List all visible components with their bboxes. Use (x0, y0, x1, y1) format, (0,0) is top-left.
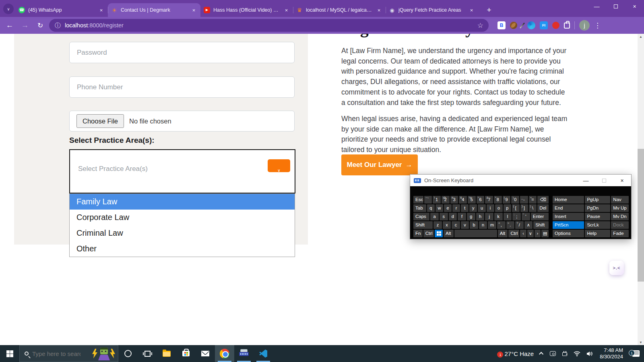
power-tray-button[interactable] (562, 351, 567, 356)
task-view-button[interactable] (138, 345, 157, 362)
osk-key-t[interactable]: t (461, 204, 469, 212)
osk-key-up-arrow[interactable]: ∧ (524, 221, 533, 229)
mail-button[interactable] (196, 345, 215, 362)
microsoft-store-button[interactable] (176, 345, 196, 362)
osk-title-bar[interactable]: On-Screen Keyboard — × (410, 175, 631, 186)
osk-key-n[interactable]: n (479, 221, 487, 229)
osk-key-mv-up[interactable]: Mv Up (611, 204, 629, 212)
osk-key-dock[interactable]: Dock (611, 221, 629, 229)
select-dropdown-toggle[interactable]: ∨ (268, 159, 290, 172)
tab-close-icon[interactable]: × (283, 7, 290, 14)
browser-tab[interactable]: ☀Contact Us | Degmark× (108, 3, 200, 17)
osk-key-windows[interactable] (435, 230, 443, 237)
start-button[interactable] (0, 345, 19, 362)
reload-button[interactable]: ↻ (35, 21, 45, 30)
osk-key-Enter[interactable]: Enter (531, 213, 549, 220)
osk-key-pgup[interactable]: PgUp (585, 196, 610, 204)
osk-key-'[interactable]: "' (522, 213, 530, 220)
password-field[interactable] (69, 42, 295, 63)
file-input[interactable]: Choose File No file chosen (69, 111, 295, 132)
tab-close-icon[interactable]: × (98, 7, 105, 14)
osk-key-e[interactable]: e (444, 204, 452, 212)
osk-key-scrlk[interactable]: ScrLk (585, 221, 610, 229)
practice-area-select[interactable]: Select Practice Area(s) ∨ (69, 149, 295, 193)
osk-key-5[interactable]: %5 (468, 196, 476, 204)
osk-key-1[interactable]: !1 (433, 196, 441, 204)
osk-key-h[interactable]: h (476, 213, 485, 220)
osk-key-backspace[interactable]: ⌫ (537, 196, 549, 204)
taskbar-clock[interactable]: 7:48 AM 8/30/2024 (600, 347, 623, 360)
osk-key-help[interactable]: Help (585, 230, 610, 237)
practice-option[interactable]: Criminal Law (70, 225, 295, 241)
osk-close-button[interactable]: × (613, 175, 631, 186)
osk-key-g[interactable]: g (467, 213, 475, 220)
snip-tray-button[interactable] (550, 351, 556, 356)
colorpicker-extension-icon[interactable] (520, 23, 525, 29)
cortana-button[interactable] (118, 345, 138, 362)
osk-key-2[interactable]: @2 (442, 196, 450, 204)
osk-key-Shift[interactable]: Shift (533, 221, 549, 229)
osk-key-options[interactable]: Options (553, 230, 584, 237)
osk-key-z[interactable]: z (433, 221, 442, 229)
osk-key-p[interactable]: p (504, 204, 511, 212)
osk-key-4[interactable]: $4 (459, 196, 467, 204)
scroll-down-arrow[interactable]: ▼ (638, 339, 644, 345)
tray-expand-button[interactable] (540, 352, 543, 355)
osk-key-o[interactable]: o (495, 204, 503, 212)
osk-key-Tab[interactable]: Tab (413, 204, 426, 212)
osk-key-`[interactable]: ~` (424, 196, 432, 204)
window-maximize-button[interactable] (606, 0, 625, 13)
osk-key-fade[interactable]: Fade (611, 230, 629, 237)
taskbar-search-input[interactable] (32, 350, 80, 357)
file-explorer-button[interactable] (157, 345, 176, 362)
tab-close-icon[interactable]: × (468, 7, 475, 14)
osk-key-6[interactable]: ^6 (477, 196, 485, 204)
tab-search-button[interactable]: ∨ (3, 4, 14, 14)
osk-key-=[interactable]: += (529, 196, 537, 204)
weather-temperature-label[interactable]: 27°C Haze (504, 350, 534, 357)
new-tab-button[interactable]: + (484, 5, 494, 15)
osk-key-k[interactable]: k (494, 213, 503, 220)
profile-avatar[interactable]: j (579, 20, 590, 31)
osk-key-8[interactable]: *8 (494, 196, 502, 204)
osk-key-;[interactable]: :; (512, 213, 521, 220)
osk-key-space[interactable] (454, 230, 497, 237)
chrome-taskbar-button[interactable] (215, 345, 234, 362)
cookie-extension-icon[interactable] (510, 22, 517, 29)
osk-key-d[interactable]: d (449, 213, 457, 220)
osk-key-v[interactable]: v (461, 221, 469, 229)
action-center-button[interactable]: 1 (628, 350, 644, 357)
practice-option[interactable]: Other (70, 241, 295, 257)
site-info-icon[interactable]: ⓘ (55, 22, 61, 29)
osk-key-,[interactable]: <, (497, 221, 506, 229)
osk-key-a[interactable]: a (430, 213, 439, 220)
osk-key-b[interactable]: b (470, 221, 478, 229)
osk-key-Shift[interactable]: Shift (413, 221, 433, 229)
scrollbar-thumb[interactable] (638, 149, 644, 282)
taskbar-search-box[interactable] (19, 345, 118, 362)
forward-button[interactable]: → (20, 21, 30, 30)
osk-key-\[interactable]: |\ (529, 204, 537, 212)
osk-key-Ctrl[interactable]: Ctrl (423, 230, 434, 237)
osk-key-u[interactable]: u (478, 204, 485, 212)
osk-key-f[interactable]: f (458, 213, 466, 220)
osk-taskbar-button[interactable] (234, 345, 254, 362)
osk-key-Alt[interactable]: Alt (498, 230, 508, 237)
osk-key-j[interactable]: j (485, 213, 493, 220)
osk-key-q[interactable]: q (427, 204, 435, 212)
tab-close-icon[interactable]: × (376, 7, 382, 14)
osk-key-pause[interactable]: Pause (585, 213, 610, 220)
osk-key-y[interactable]: y (469, 204, 477, 212)
tab-close-icon[interactable]: × (190, 7, 197, 14)
page-scrollbar[interactable]: ▲ ▼ (638, 34, 644, 345)
osk-key-m[interactable]: m (488, 221, 496, 229)
osk-key-l[interactable]: l (504, 213, 512, 220)
back-button[interactable]: ← (5, 21, 14, 30)
osk-key-home[interactable]: Home (553, 196, 584, 204)
osk-key-insert[interactable]: Insert (553, 213, 584, 220)
osk-key--[interactable]: _- (520, 196, 528, 204)
osk-key-i[interactable]: i (487, 204, 494, 212)
address-bar[interactable]: ⓘ localhost:8000/register ☆ (49, 19, 489, 32)
osk-key-3[interactable]: #3 (450, 196, 458, 204)
osk-minimize-button[interactable]: — (577, 175, 595, 186)
